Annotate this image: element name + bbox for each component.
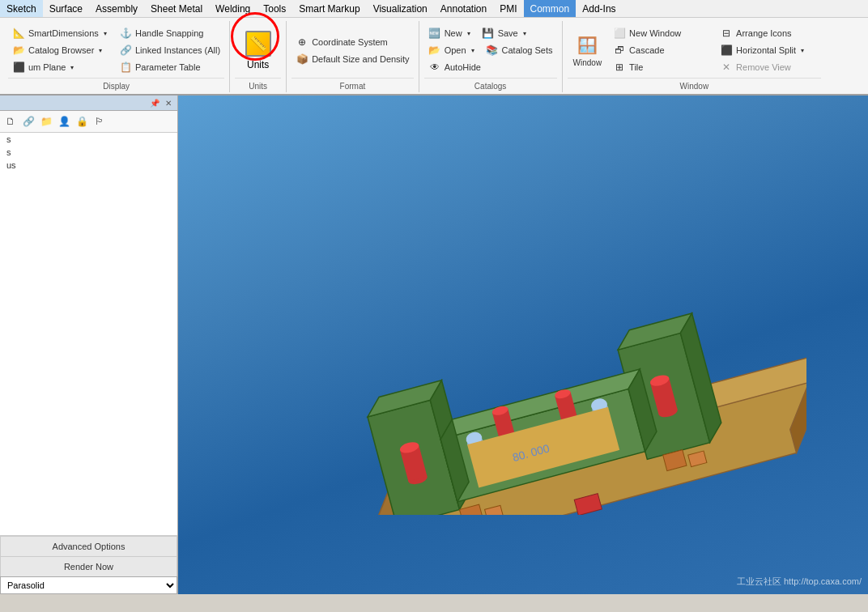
um-plane-icon: ⬛ [12,61,25,74]
parasolid-select[interactable]: Parasolid [0,576,177,594]
panel-content: s s us [0,133,177,535]
parameter-table-btn[interactable]: 📋 Parameter Table [115,59,224,75]
menu-sketch[interactable]: Sketch [0,0,43,17]
horizontal-split-icon: ⬛ [720,44,733,57]
catalog-sets-icon: 📚 [486,44,499,57]
units-label: Units [247,59,269,70]
panel-close-btn[interactable]: ✕ [163,97,174,108]
horizontal-split-btn[interactable]: ⬛ Horizontal Split▾ [716,42,821,58]
new-window-icon: ⬜ [613,27,626,40]
autohide-btn[interactable]: 👁 AutoHide [424,59,557,75]
panel-tool-user[interactable]: 👤 [57,114,71,129]
menu-pmi[interactable]: PMI [493,0,523,17]
open-btn[interactable]: 📂 Open▾ [424,42,479,58]
tree-item-1[interactable]: s [0,133,177,146]
menu-surface[interactable]: Surface [43,0,89,17]
coordinate-system-btn[interactable]: ⊕ Coordinate System [291,34,413,50]
cascade-icon: 🗗 [613,44,626,57]
default-size-density-btn[interactable]: 📦 Default Size and Density [291,51,413,67]
linked-instances-icon: 🔗 [119,44,132,57]
panel-titlebar: 📌 ✕ [0,96,177,111]
open-icon: 📂 [428,44,441,57]
panel-tool-flag[interactable]: 🏳 [92,114,107,129]
tree-item-2[interactable]: s [0,146,177,159]
viewport: 80. 000 工业云社区 http://top.caxa.com/ [178,96,868,594]
menu-common[interactable]: Common [524,0,577,17]
ribbon-group-units: 📏 Units Units [230,21,287,92]
watermark: 工业云社区 http://top.caxa.com/ [737,576,862,588]
main-layout: 📌 ✕ 🗋 🔗 📁 👤 🔒 🏳 s s us Advanced Options … [0,96,868,594]
format-group-label: Format [291,78,413,91]
catalog-browser-btn[interactable]: 📂 Catalog Browser▾ [8,42,113,58]
render-now-btn[interactable]: Render Now [0,556,177,576]
smart-dimensions-icon: 📐 [12,27,25,40]
tree-item-3[interactable]: us [0,159,177,172]
menu-visualization[interactable]: Visualization [367,0,434,17]
menu-sheet-metal[interactable]: Sheet Metal [144,0,209,17]
panel-bottom: Advanced Options Render Now Parasolid [0,535,177,594]
units-group-label: Units [235,78,281,91]
linked-instances-btn[interactable]: 🔗 Linked Instances (All) [115,42,224,58]
tile-icon: ⊞ [613,61,626,74]
new-btn[interactable]: 🆕 New▾ [424,25,474,41]
default-size-density-icon: 📦 [296,53,308,66]
save-icon: 💾 [482,27,495,40]
new-icon: 🆕 [428,27,441,40]
remove-view-icon: ✕ [720,61,733,74]
menu-smart-markup[interactable]: Smart Markup [292,0,366,17]
panel-tool-folder[interactable]: 📁 [39,114,53,129]
handle-snapping-icon: ⚓ [119,27,132,40]
ribbon-group-window: 🪟 Window ⬜ New Window 🗗 Cascade ⊞ [563,21,827,92]
ribbon: 📐 SmartDimensions▾ 📂 Catalog Browser▾ ⬛ … [0,18,868,96]
units-icon: 📏 [245,31,271,57]
um-plane-btn[interactable]: ⬛ um Plane▾ [8,59,113,75]
handle-snapping-btn[interactable]: ⚓ Handle Snapping [115,25,224,41]
cascade-btn[interactable]: 🗗 Cascade [609,42,714,58]
window-group-label: Window [568,78,822,91]
tile-btn[interactable]: ⊞ Tile [609,59,714,75]
catalogs-group-label: Catalogs [424,78,557,91]
parameter-table-icon: 📋 [119,61,132,74]
remove-view-btn: ✕ Remove View [716,59,821,75]
catalog-browser-icon: 📂 [12,44,25,57]
menu-welding[interactable]: Welding [209,0,257,17]
menu-annotation[interactable]: Annotation [434,0,493,17]
panel-pin-btn[interactable]: 📌 [149,97,160,108]
ribbon-group-format: ⊕ Coordinate System 📦 Default Size and D… [287,21,419,92]
units-btn[interactable]: 📏 Units [238,23,279,78]
panel-toolbar: 🗋 🔗 📁 👤 🔒 🏳 [0,111,177,133]
assembly-3d-view: 80. 000 [240,175,806,515]
coordinate-system-icon: ⊕ [296,36,308,49]
window-large-icon: 🪟 [576,34,598,57]
save-btn[interactable]: 💾 Save▾ [478,25,530,41]
ribbon-group-catalogs: 🆕 New▾ 💾 Save▾ 📂 Open▾ [419,21,563,92]
panel-tool-link[interactable]: 🔗 [21,114,36,129]
menu-add-ins[interactable]: Add-Ins [576,0,622,17]
left-panel: 📌 ✕ 🗋 🔗 📁 👤 🔒 🏳 s s us Advanced Options … [0,96,178,594]
arrange-icons-btn[interactable]: ⊟ Arrange Icons [716,25,821,41]
arrange-icons-icon: ⊟ [720,27,733,40]
smart-dimensions-btn[interactable]: 📐 SmartDimensions▾ [8,25,113,41]
display-group-label: Display [8,78,224,91]
window-large-btn[interactable]: 🪟 Window [568,30,608,71]
menu-bar: Sketch Surface Assembly Sheet Metal Weld… [0,0,868,18]
menu-tools[interactable]: Tools [257,0,292,17]
menu-assembly[interactable]: Assembly [89,0,144,17]
panel-tool-lock[interactable]: 🔒 [74,114,89,129]
new-window-btn[interactable]: ⬜ New Window [609,25,714,41]
advanced-options-btn[interactable]: Advanced Options [0,536,177,556]
ribbon-group-display: 📐 SmartDimensions▾ 📂 Catalog Browser▾ ⬛ … [3,21,230,92]
autohide-icon: 👁 [428,61,441,74]
panel-tool-doc[interactable]: 🗋 [3,114,18,129]
catalog-sets-btn[interactable]: 📚 Catalog Sets [482,42,557,58]
